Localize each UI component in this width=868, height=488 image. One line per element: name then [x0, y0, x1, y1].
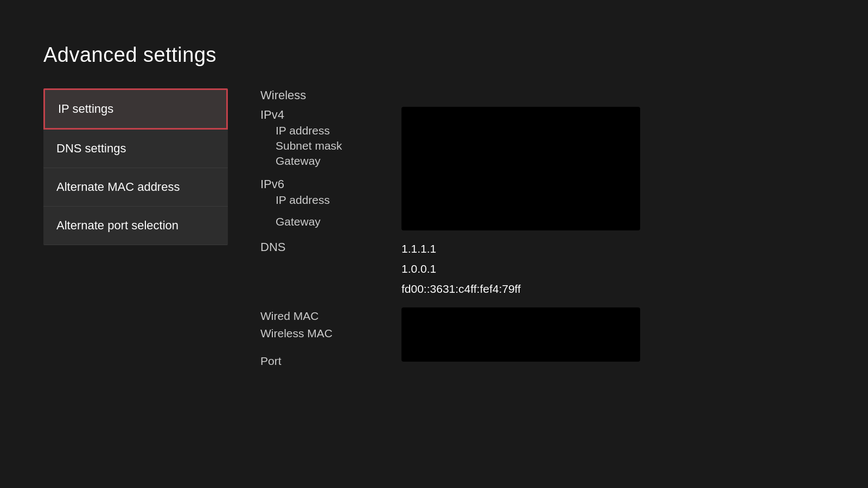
dns-value-2: 1.0.0.1 — [401, 259, 521, 279]
ipv4-label: IPv4 — [260, 108, 385, 122]
ipv4-ip-label: IP address — [260, 124, 385, 137]
page-container: Advanced settings IP settings DNS settin… — [0, 0, 868, 488]
ipv4-gateway-label: Gateway — [260, 155, 385, 168]
dns-label-col: DNS — [260, 239, 385, 299]
port-label: Port — [260, 352, 385, 370]
ip-labels-column: IPv4 IP address Subnet mask Gateway IPv6… — [260, 107, 385, 228]
ipv4-subnet-label: Subnet mask — [260, 139, 385, 152]
wireless-section-label: Wireless — [260, 88, 825, 102]
dns-label: DNS — [260, 240, 385, 254]
dns-section: DNS 1.1.1.1 1.0.0.1 fd00::3631:c4ff:fef4… — [260, 239, 825, 299]
main-content: Wireless IPv4 IP address Subnet mask Gat… — [260, 88, 825, 370]
dns-values: 1.1.1.1 1.0.0.1 fd00::3631:c4ff:fef4:79f… — [401, 239, 521, 299]
page-title: Advanced settings — [43, 43, 825, 67]
ipv6-label: IPv6 — [260, 177, 385, 191]
ip-values-panel — [401, 107, 640, 230]
sidebar-item-alternate-port[interactable]: Alternate port selection — [43, 207, 228, 245]
sidebar-item-dns-settings[interactable]: DNS settings — [43, 130, 228, 168]
mac-labels-col: Wired MAC Wireless MAC Port — [260, 307, 385, 370]
ipv6-ip-label: IP address — [260, 194, 385, 207]
mac-section: Wired MAC Wireless MAC Port — [260, 307, 825, 370]
content-area: IP settings DNS settings Alternate MAC a… — [43, 88, 825, 370]
wireless-mac-label: Wireless MAC — [260, 325, 385, 342]
ipv6-gateway-label: Gateway — [260, 215, 385, 228]
sidebar: IP settings DNS settings Alternate MAC a… — [43, 88, 228, 370]
dns-value-3: fd00::3631:c4ff:fef4:79ff — [401, 279, 521, 299]
sidebar-item-alternate-mac[interactable]: Alternate MAC address — [43, 168, 228, 207]
dns-value-1: 1.1.1.1 — [401, 239, 521, 259]
sidebar-item-ip-settings[interactable]: IP settings — [43, 88, 228, 130]
mac-values-panel — [401, 307, 640, 362]
wired-mac-label: Wired MAC — [260, 307, 385, 325]
